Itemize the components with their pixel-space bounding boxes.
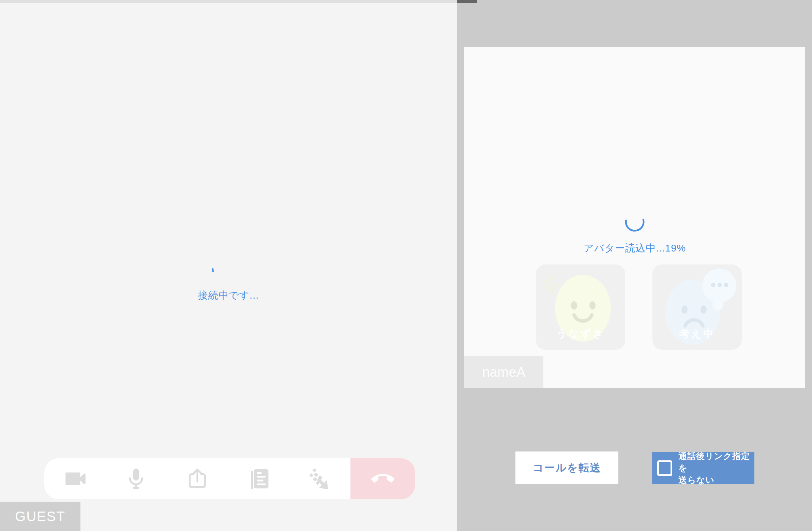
avatar-panel: アバター読込中...19% うなずき	[464, 47, 805, 388]
no-link-label: 通話後リンク指定を 送らない	[678, 450, 754, 486]
sparkle-arrow-icon	[307, 466, 332, 491]
share-icon	[185, 466, 210, 491]
share-button[interactable]	[167, 458, 228, 499]
quality-button[interactable]	[289, 458, 350, 499]
script-button[interactable]	[228, 458, 289, 499]
connecting-status-text: 接続中です...	[0, 289, 457, 302]
no-link-label-line2: 送らない	[678, 475, 714, 485]
emotion-nod-button[interactable]: うなずき	[536, 265, 625, 350]
emotion-thinking-button[interactable]: 考え中	[652, 265, 742, 350]
microphone-button[interactable]	[106, 458, 167, 499]
hangup-button[interactable]	[350, 458, 415, 499]
top-dark-tab	[457, 0, 477, 3]
guest-name-badge: GUEST	[0, 502, 81, 531]
hangup-phone-icon	[371, 467, 394, 490]
camera-button[interactable]	[44, 458, 106, 499]
avatar-loading-spinner-icon	[624, 211, 646, 233]
video-call-screen: 接続中です...	[0, 0, 812, 531]
avatar-side-area: アバター読込中...19% うなずき	[457, 0, 812, 531]
emotion-nod-label: うなずき	[536, 327, 625, 341]
connecting-spinner-icon	[208, 262, 225, 278]
no-link-checkbox[interactable]	[657, 460, 672, 476]
call-toolbar	[44, 458, 415, 499]
remote-video-area: 接続中です...	[0, 0, 457, 531]
microphone-icon	[124, 466, 149, 491]
no-link-after-call-button[interactable]: 通話後リンク指定を 送らない	[652, 452, 754, 484]
no-link-label-line1: 通話後リンク指定を	[678, 451, 750, 473]
emotion-thinking-label: 考え中	[652, 327, 742, 341]
avatar-loading-text: アバター読込中...19%	[464, 242, 805, 255]
top-strip	[0, 0, 457, 3]
video-camera-icon	[62, 466, 88, 491]
script-icon	[246, 466, 271, 491]
participant-name-badge: nameA	[464, 356, 543, 388]
transfer-call-button[interactable]: コールを転送	[516, 451, 618, 484]
